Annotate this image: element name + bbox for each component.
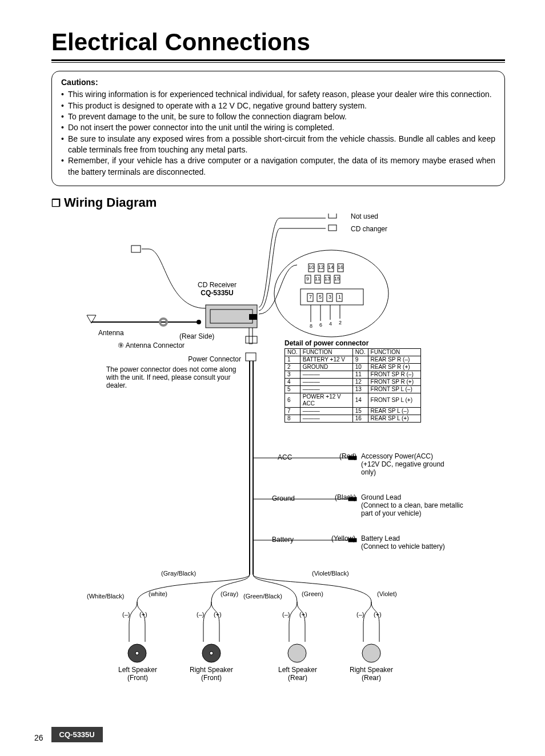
svg-point-55	[288, 644, 306, 662]
battery-label: Battery	[272, 536, 294, 544]
ground-label: Ground	[272, 494, 295, 502]
cautions-list: •This wiring information is for experien…	[61, 89, 495, 178]
color-white-black: (White/Black)	[87, 593, 124, 600]
svg-point-54	[210, 652, 213, 655]
svg-point-6	[197, 320, 201, 324]
battery-desc: Battery Lead(Connect to vehicle battery)	[361, 534, 470, 550]
svg-text:(–): (–)	[197, 611, 204, 618]
rule-thin	[51, 62, 505, 63]
cautions-heading: Cautions:	[61, 77, 495, 88]
not-used-label: Not used	[351, 212, 378, 220]
svg-text:10: 10	[308, 264, 314, 270]
svg-point-52	[135, 652, 139, 655]
acc-color: (Red)	[339, 452, 356, 460]
ground-color: (Black)	[335, 493, 356, 501]
cd-receiver-label: CD Receiver CQ-5335U	[198, 281, 237, 297]
svg-text:(+): (+)	[214, 611, 222, 618]
svg-text:(–): (–)	[282, 611, 290, 618]
rear-side-label: (Rear Side)	[179, 332, 214, 340]
speaker-rl: Left Speaker(Rear)	[278, 666, 318, 682]
svg-text:11: 11	[315, 276, 320, 282]
speaker-fr: Right Speaker(Front)	[189, 666, 234, 682]
wiring-svg: 10121416 9111315 7531 8642	[51, 214, 508, 682]
detail-heading: Detail of power connector	[284, 339, 368, 347]
svg-text:(+): (+)	[139, 611, 147, 618]
svg-text:9: 9	[306, 276, 309, 282]
acc-label: ACC	[278, 453, 292, 461]
svg-text:6: 6	[319, 322, 322, 328]
svg-rect-2	[249, 314, 257, 320]
svg-text:(–): (–)	[122, 611, 130, 618]
caution-item: Be sure to insulate any exposed wires fr…	[68, 134, 495, 156]
svg-text:14: 14	[328, 264, 334, 270]
model-tag: CQ-5335U	[51, 727, 103, 742]
svg-rect-10	[328, 225, 336, 231]
rule-thick	[51, 59, 505, 61]
color-green-black: (Green/Black)	[243, 593, 282, 600]
footer: 26 CQ-5335U	[34, 727, 103, 742]
color-violet: (Violet)	[377, 590, 397, 597]
svg-text:12: 12	[318, 264, 324, 270]
svg-text:16: 16	[338, 264, 343, 270]
cd-changer-label: CD changer	[351, 225, 387, 233]
speaker-rr: Right Speaker(Rear)	[348, 666, 394, 682]
caution-item: Do not insert the power connector into t…	[68, 122, 495, 133]
acc-desc: Accessory Power(ACC)(+12V DC, negative g…	[361, 452, 458, 476]
section-title: Wiring Diagram	[51, 195, 505, 210]
antenna-label: Antenna	[98, 329, 124, 337]
svg-rect-8	[131, 246, 141, 252]
svg-point-56	[362, 644, 380, 662]
color-gray-black: (Gray/Black)	[161, 570, 196, 577]
caution-item: This product is designed to operate with…	[68, 100, 495, 111]
power-connector-note: The power connector does not come along …	[106, 365, 240, 389]
svg-text:8: 8	[310, 323, 312, 329]
svg-text:7: 7	[309, 294, 312, 300]
svg-rect-3	[246, 336, 257, 343]
svg-text:(+): (+)	[374, 611, 382, 618]
speaker-fl: Left Speaker(Front)	[118, 666, 158, 682]
caution-item: This wiring information is for experienc…	[68, 89, 495, 100]
color-violet-black: (Violet/Black)	[312, 570, 349, 577]
svg-text:(–): (–)	[356, 611, 364, 618]
color-gray: (Gray)	[221, 590, 238, 597]
page-number: 26	[34, 733, 43, 742]
svg-rect-11	[246, 353, 256, 361]
ground-desc: Ground Lead(Connect to a clean, bare met…	[361, 493, 475, 517]
svg-text:2: 2	[339, 320, 342, 325]
wiring-diagram: 10121416 9111315 7531 8642	[51, 214, 505, 682]
page-title: Electrical Connections	[51, 29, 505, 56]
svg-text:(+): (+)	[299, 611, 307, 618]
svg-text:13: 13	[324, 276, 330, 282]
caution-item: To prevent damage to the unit, be sure t…	[68, 111, 495, 122]
cautions-box: Cautions: •This wiring information is fo…	[51, 71, 505, 186]
svg-text:1: 1	[338, 294, 341, 300]
color-white: (white)	[149, 590, 167, 597]
svg-text:3: 3	[328, 294, 331, 300]
svg-text:4: 4	[329, 321, 332, 327]
detail-table: NO.FUNCTION NO.FUNCTION 1BATTERY +12 V9R…	[284, 348, 421, 423]
antenna-connector-label: ⑨ Antenna Connector	[118, 341, 185, 349]
svg-text:15: 15	[334, 276, 340, 282]
battery-color: (Yellow)	[331, 534, 355, 542]
svg-text:5: 5	[319, 294, 322, 300]
power-connector-label: Power Connector	[178, 355, 241, 363]
color-green: (Green)	[302, 590, 323, 597]
caution-item: Remember, if your vehicle has a drive co…	[68, 155, 495, 178]
svg-rect-9	[328, 214, 336, 218]
